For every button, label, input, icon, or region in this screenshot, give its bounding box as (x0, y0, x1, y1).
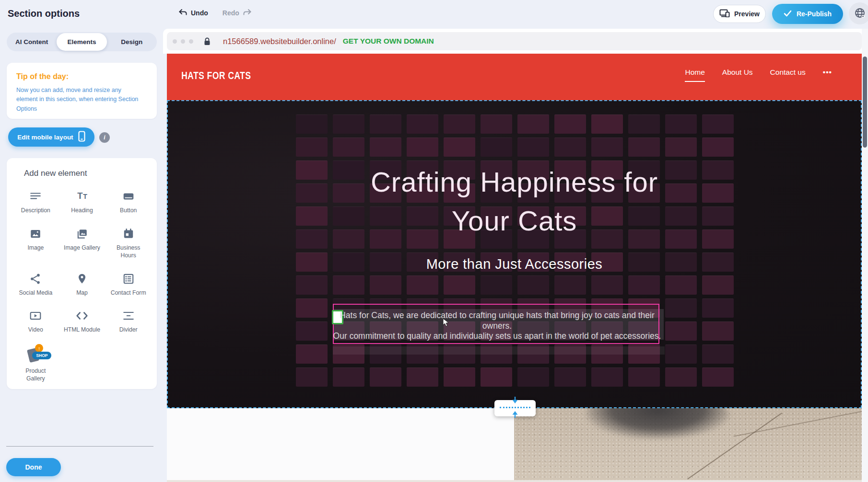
add-element-label: HTML Module (64, 326, 100, 334)
redo-button[interactable]: Redo (223, 9, 252, 17)
add-element-label: Map (76, 289, 88, 297)
heading-icon: TT (76, 190, 88, 203)
add-element-label: Divider (119, 326, 138, 334)
hero-tile (517, 275, 549, 295)
arrow-up-icon (512, 411, 518, 420)
add-element-product-gallery[interactable]: ↑SHOPProduct Gallery (12, 344, 59, 386)
add-element-heading[interactable]: TTHeading (59, 187, 106, 218)
product-gallery-icon: ↑SHOP (24, 346, 47, 364)
hero-tile (333, 367, 364, 387)
button-icon (122, 190, 135, 203)
hero-tile (554, 275, 586, 295)
image-gallery-icon (76, 227, 88, 241)
add-element-label: Video (28, 326, 43, 334)
edit-mobile-layout-button[interactable]: Edit mobile layout (8, 127, 94, 147)
hero-tile (702, 367, 734, 387)
preview-button[interactable]: Preview (713, 5, 766, 23)
add-element-label: Button (120, 207, 137, 215)
next-section-blank (167, 408, 514, 480)
nav-more-menu[interactable]: ••• (823, 68, 832, 81)
tab-ai-content[interactable]: AI Content (7, 33, 57, 51)
nav-item-home[interactable]: Home (685, 68, 704, 82)
redo-label: Redo (223, 9, 239, 17)
add-element-label: Image Gallery (64, 244, 100, 252)
app-window: Section options Undo Redo Preview Re-Pub… (0, 0, 868, 482)
sidebar-divider (6, 446, 153, 447)
site-logo[interactable]: HATS FOR CATS (181, 69, 251, 82)
image-icon (29, 227, 42, 241)
upgrade-badge-icon: ↑ (35, 344, 43, 352)
done-button[interactable]: Done (6, 458, 61, 476)
hero-tile (702, 298, 734, 318)
hero-tile (517, 138, 549, 157)
browser-dots (173, 39, 193, 44)
add-element-html-module[interactable]: HTML Module (59, 306, 106, 337)
add-element-contact-form[interactable]: Contact Form (105, 269, 152, 300)
hero-tile (554, 138, 586, 157)
hero-tile (296, 344, 328, 364)
globe-icon (854, 7, 866, 21)
hero-tile (665, 138, 697, 157)
add-element-divider[interactable]: Divider (105, 306, 152, 337)
hero-paragraph[interactable]: Hats for Cats, we are dedicated to craft… (333, 310, 661, 342)
viewport-bottom-strip (167, 480, 862, 482)
hero-tile (481, 138, 512, 157)
site-url[interactable]: n1566589.websitebuilder.online/ (223, 37, 336, 46)
hero-tile (628, 367, 660, 387)
tab-elements[interactable]: Elements (57, 33, 106, 51)
hero-section[interactable]: Crafting Happiness for Your Cats More th… (167, 100, 862, 408)
add-element-image-gallery[interactable]: Image Gallery (59, 224, 106, 263)
scrollbar-thumb[interactable] (863, 57, 867, 148)
element-hover-strip (333, 346, 665, 355)
hero-tile (481, 115, 512, 134)
add-element-social-media[interactable]: Social Media (12, 269, 59, 300)
hero-tile (665, 298, 697, 318)
add-element-label: Social Media (19, 289, 52, 297)
add-element-label: Business Hours (109, 244, 148, 260)
hero-heading[interactable]: Crafting Happiness for Your Cats (167, 162, 862, 240)
hero-tile-grid (296, 115, 734, 387)
add-element-description[interactable]: Description (12, 187, 59, 218)
hero-tile (702, 115, 734, 134)
add-element-label: Contact Form (111, 289, 146, 297)
mobile-phone-icon (78, 131, 85, 143)
sidebar-tabs: AI ContentElementsDesign (7, 33, 157, 51)
social-media-icon (29, 272, 42, 286)
republish-button[interactable]: Re-Publish (772, 4, 843, 24)
browser-url-bar: n1566589.websitebuilder.online/ GET YOUR… (167, 32, 862, 50)
mouse-cursor (443, 318, 450, 329)
add-element-business-hours[interactable]: Business Hours (105, 224, 152, 263)
hero-tile (702, 138, 734, 157)
page-title: Section options (8, 8, 80, 19)
add-element-grid: DescriptionTTHeadingButtonImageImage Gal… (12, 187, 152, 386)
hero-tile (296, 115, 328, 134)
hero-tile (407, 138, 438, 157)
section-resize-handle[interactable] (494, 400, 536, 416)
add-element-video[interactable]: Video (12, 306, 59, 337)
add-element-label: Heading (71, 207, 93, 215)
tab-design[interactable]: Design (107, 33, 157, 51)
nav-item-contact-us[interactable]: Contact us (770, 68, 806, 81)
hero-tile (628, 115, 660, 134)
add-element-image[interactable]: Image (12, 224, 59, 263)
undo-icon (178, 9, 188, 17)
info-icon[interactable]: i (99, 132, 110, 143)
undo-redo-group: Undo Redo (178, 9, 252, 17)
hero-subheading[interactable]: More than Just Accessories (167, 256, 862, 272)
hero-tile (407, 367, 438, 387)
add-element-label: Image (27, 244, 44, 252)
lock-icon (204, 37, 211, 46)
get-your-own-domain-link[interactable]: GET YOUR OWN DOMAIN (343, 37, 434, 46)
language-globe-button[interactable] (849, 2, 868, 24)
hero-tile (370, 138, 401, 157)
hero-tile (591, 367, 623, 387)
hero-tile (370, 367, 401, 387)
site-header: HATS FOR CATS HomeAbout UsContact us••• (167, 54, 862, 100)
tip-heading: Tip of the day: (16, 72, 69, 81)
nav-item-about-us[interactable]: About Us (722, 68, 753, 81)
divider-icon (122, 309, 135, 322)
hero-tile (370, 115, 401, 134)
add-element-button[interactable]: Button (105, 187, 152, 218)
add-element-map[interactable]: Map (59, 269, 106, 300)
undo-button[interactable]: Undo (178, 9, 208, 17)
